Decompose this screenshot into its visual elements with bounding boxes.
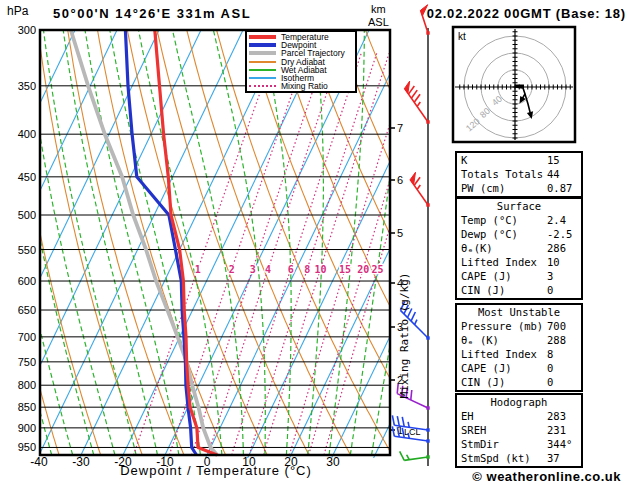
table-row-value: 37 (547, 452, 581, 466)
indices-table: K15Totals Totals44PW (cm)0.87 (455, 151, 583, 198)
table-row-label: θₑ (K) (461, 334, 547, 348)
mixing-ratio-value-label: 20 (357, 264, 369, 275)
table-title: Hodograph (457, 396, 581, 410)
table-row-value: 344° (547, 438, 581, 452)
table-row-label: StmDir (461, 438, 547, 452)
table-row-value: 286 (547, 242, 581, 256)
table-row: CAPE (J)3 (457, 270, 581, 284)
mixing-ratio-value-label: 25 (372, 264, 384, 275)
table-row: Lifted Index8 (457, 348, 581, 362)
table-row-label: Totals Totals (461, 168, 547, 182)
mixing-ratio-value-label: 3 (250, 264, 256, 275)
table-row-value: 0 (547, 284, 581, 298)
legend-label: Mixing Ratio (281, 82, 328, 90)
wet-adiabat-line (139, 30, 222, 455)
table-row-value: 0.87 (547, 182, 581, 196)
mixing-ratio-line (324, 53, 442, 455)
km-tick-label: 7 (397, 122, 403, 134)
hodograph-unit-label: kt (458, 31, 466, 42)
table-row-label: PW (cm) (461, 182, 547, 196)
sounding-app: 1234681015202530035040045050055060065070… (0, 0, 629, 486)
table-row-label: CIN (J) (461, 376, 547, 390)
dry-adiabat-line (604, 30, 629, 455)
isotherm-line (248, 30, 453, 458)
table-title: Surface (457, 200, 581, 214)
table-title: Most Unstable (457, 306, 581, 320)
pressure-tick-label: 950 (18, 441, 36, 453)
pressure-tick-label: 750 (18, 356, 36, 368)
mixing-ratio-value-label: 15 (339, 264, 351, 275)
indices-table: Most UnstablePressure (mb)700θₑ (K)288Li… (455, 303, 583, 392)
isotherm-line (0, 30, 75, 458)
mixing-ratio-value-label: 8 (304, 264, 310, 275)
table-row: θₑ (K)288 (457, 334, 581, 348)
table-row-label: CAPE (J) (461, 270, 547, 284)
wet-adiabat-line (8, 30, 94, 455)
table-row-label: K (461, 154, 547, 168)
table-row-value: 0 (547, 376, 581, 390)
table-row-value: 283 (547, 410, 581, 424)
table-row: Pressure (mb)700 (457, 320, 581, 334)
station-title: 50°00'N 14°26'E 331m ASL (53, 6, 251, 21)
altitude-unit-km: km (371, 3, 386, 15)
legend-swatch-dots (249, 85, 276, 87)
copyright-footer: © weatheronline.co.uk (472, 469, 621, 484)
xaxis-label: Dewpoint / Temperature (°C) (40, 463, 392, 478)
table-row: PW (cm)0.87 (457, 182, 581, 196)
wet-adiabat-line (0, 30, 10, 455)
hodograph: 4080120kt (453, 27, 575, 142)
wind-barb (400, 451, 430, 460)
table-row-label: SREH (461, 424, 547, 438)
table-row-label: CIN (J) (461, 284, 547, 298)
pressure-tick-label: 600 (18, 275, 36, 287)
mixing-ratio-line (290, 53, 413, 455)
table-row: SREH231 (457, 424, 581, 438)
mixing-ratio-value-label: 1 (195, 264, 201, 275)
dry-adiabat-line (127, 30, 267, 455)
legend-swatch-thick (249, 51, 276, 55)
table-row: K15 (457, 154, 581, 168)
table-row: Lifted Index10 (457, 256, 581, 270)
table-row-label: Pressure (mb) (461, 320, 547, 334)
table-row-value: 15 (547, 154, 581, 168)
dry-adiabat-line (217, 30, 393, 455)
pressure-tick-label: 650 (18, 304, 36, 316)
table-row: CAPE (J)0 (457, 362, 581, 376)
mixing-ratio-axis-label: Mixing Ratio (g/kg) (398, 271, 411, 401)
table-row-label: EH (461, 410, 547, 424)
table-row-label: Lifted Index (461, 348, 547, 362)
table-row-value: 231 (547, 424, 581, 438)
table-row-value: 3 (547, 270, 581, 284)
legend-swatch-thin (249, 77, 276, 79)
table-row-value: 700 (547, 320, 581, 334)
legend: TemperatureDewpointParcel TrajectoryDry … (245, 30, 357, 93)
table-row-label: Temp (°C) (461, 214, 547, 228)
legend-swatch-thin (249, 61, 276, 63)
table-row: Temp (°C)2.4 (457, 214, 581, 228)
table-row: CIN (J)0 (457, 376, 581, 390)
dry-adiabat-line (276, 30, 475, 455)
table-row-value: 8 (547, 348, 581, 362)
dry-adiabat-line (0, 30, 59, 455)
mixing-ratio-line (232, 53, 362, 455)
mixing-ratio-value-label: 6 (288, 264, 294, 275)
pressure-tick-label: 550 (18, 244, 36, 256)
pressure-tick-label: 900 (18, 422, 36, 434)
pressure-tick-label: 350 (18, 80, 36, 92)
table-row-value: 44 (547, 168, 581, 182)
wind-barb (410, 172, 429, 206)
legend-item: Mixing Ratio (249, 82, 355, 90)
indices-table: HodographEH283SREH231StmDir344°StmSpd (k… (455, 393, 583, 468)
table-row: Totals Totals44 (457, 168, 581, 182)
legend-swatch-thin (249, 69, 276, 71)
table-row-label: StmSpd (kt) (461, 452, 547, 466)
wet-adiabat-line (0, 30, 73, 455)
datetime-title: 02.02.2022 00GMT (Base: 18) (427, 6, 626, 21)
table-row-label: θₑ(K) (461, 242, 547, 256)
table-row: EH283 (457, 410, 581, 424)
wind-barb (404, 81, 429, 124)
pressure-tick-label: 450 (18, 171, 36, 183)
mixing-ratio-line (134, 53, 275, 455)
pressure-tick-label: 500 (18, 209, 36, 221)
table-row-value: 10 (547, 256, 581, 270)
